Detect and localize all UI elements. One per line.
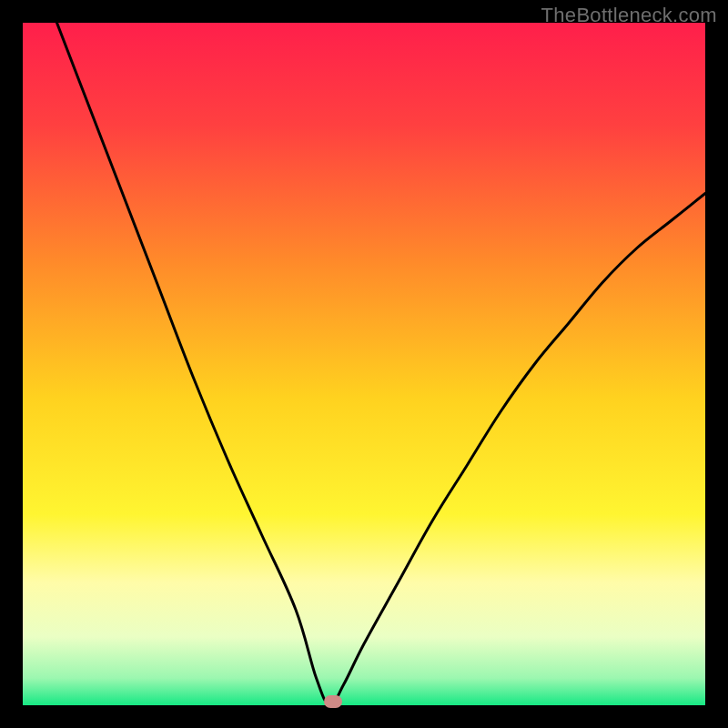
chart-svg — [23, 23, 705, 705]
plot-area — [23, 23, 705, 705]
gradient-background — [23, 23, 705, 705]
watermark-text: TheBottleneck.com — [541, 4, 717, 27]
optimal-point-marker — [324, 695, 342, 708]
chart-frame: TheBottleneck.com — [0, 0, 728, 728]
